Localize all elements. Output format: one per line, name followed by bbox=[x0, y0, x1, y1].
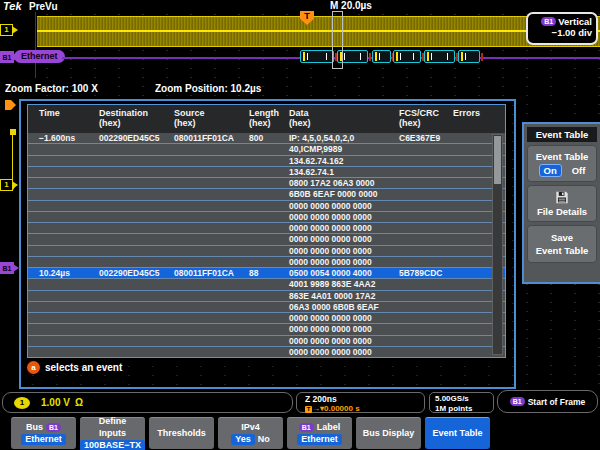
event-table: TimeDestination (hex)Source (hex)Length … bbox=[27, 104, 506, 358]
menu-button-thresholds[interactable]: Thresholds bbox=[149, 417, 214, 449]
menu-button-event-table[interactable]: Event Table bbox=[425, 417, 490, 449]
table-row[interactable]: 0000 0000 0000 0000 bbox=[28, 233, 505, 244]
button-label: Define bbox=[99, 416, 127, 427]
toggle-on-option[interactable]: On bbox=[539, 164, 562, 177]
button-label: Event Table bbox=[433, 428, 483, 439]
horizontal-scale-readout: M 20.0µs bbox=[330, 0, 372, 11]
button-label-line: Inputs bbox=[99, 428, 126, 439]
table-row[interactable]: 134.62.74.162 bbox=[28, 155, 505, 166]
trigger-arrow-icon bbox=[312, 404, 324, 413]
sof-b1-badge: B1 bbox=[510, 397, 525, 406]
button-label: Inputs bbox=[99, 428, 126, 439]
packet-data-tick bbox=[431, 53, 432, 60]
tek-logo: Tek bbox=[3, 0, 22, 12]
table-row[interactable]: 134.62.74.1 bbox=[28, 166, 505, 177]
table-row[interactable]: 0000 0000 0000 0000 bbox=[28, 335, 505, 346]
table-header: TimeDestination (hex)Source (hex)Length … bbox=[28, 105, 505, 133]
scrollbar-thumb[interactable] bbox=[494, 136, 501, 184]
menu-button-bus-display[interactable]: Bus Display bbox=[356, 417, 421, 449]
ch1-channel-badge: 1 bbox=[14, 397, 30, 409]
column-header-time: Time bbox=[39, 108, 60, 118]
packet-gap-tick bbox=[369, 53, 371, 61]
current-value-pill: Ethernet bbox=[21, 434, 66, 445]
packet-data-tick bbox=[447, 53, 448, 60]
table-row[interactable]: 10.24µs002290ED45C5080011FF01CA880500 00… bbox=[28, 267, 505, 278]
multipurpose-knob-a-icon: a bbox=[27, 361, 40, 374]
file-details-label: File Details bbox=[537, 206, 587, 217]
trigger-level-arrow[interactable] bbox=[5, 100, 16, 110]
zoom-position-readout: Zoom Position: 10.2µs bbox=[155, 83, 261, 94]
table-row[interactable]: 0000 0000 0000 0000 bbox=[28, 346, 505, 357]
zoom-scale-readout: Z 200ns bbox=[305, 394, 337, 404]
table-row[interactable]: −1.600ns002290ED45C5080011FF01CA800IP: 4… bbox=[28, 133, 505, 143]
table-row[interactable]: 0000 0000 0000 0000 bbox=[28, 245, 505, 256]
save-label-line2: Event Table bbox=[536, 245, 589, 256]
side-menu: Event Table Event Table On Off File Deta… bbox=[522, 122, 600, 284]
menu-button-define-inputs[interactable]: DefineInputs100BASE−TX bbox=[80, 417, 145, 449]
zoom-scale-readout-box: Z 200ns T0.00000 s bbox=[296, 392, 425, 413]
button-label-line: IPv4 bbox=[241, 422, 260, 433]
trigger-type-readout: Start of Frame bbox=[528, 397, 586, 407]
packet-start-tick bbox=[303, 52, 305, 61]
column-header-data: Data (hex) bbox=[289, 108, 311, 128]
save-label-line1: Save bbox=[551, 232, 573, 243]
ch1-ground-marker[interactable]: 1 bbox=[0, 24, 13, 36]
file-details-button[interactable]: File Details bbox=[527, 185, 597, 222]
no-option[interactable]: No bbox=[258, 434, 270, 445]
column-header-destination: Destination (hex) bbox=[99, 108, 148, 128]
toggle-label: Event Table bbox=[536, 151, 589, 162]
packet-start-tick bbox=[375, 52, 377, 61]
ch1-analog-waveform bbox=[37, 16, 600, 47]
packet-data-tick bbox=[413, 53, 414, 60]
trigger-t-icon: T bbox=[305, 406, 312, 413]
scrollbar-track[interactable] bbox=[492, 134, 503, 355]
save-event-table-button[interactable]: Save Event Table bbox=[527, 225, 597, 263]
bus-b1-marker[interactable]: B1 bbox=[0, 51, 14, 63]
vertical-position-callout: B1 Vertical −1.00 div bbox=[526, 12, 598, 45]
yes-option[interactable]: Yes bbox=[231, 434, 255, 445]
menu-button-ipv4[interactable]: IPv4YesNo bbox=[218, 417, 283, 449]
table-row[interactable]: 06A3 0000 6B0B 6EAF bbox=[28, 301, 505, 312]
button-label: Thresholds bbox=[157, 428, 206, 439]
table-row[interactable]: 0000 0000 0000 0000 bbox=[28, 200, 505, 211]
table-row[interactable]: 0000 0000 0000 0000 bbox=[28, 312, 505, 323]
menu-button-bus[interactable]: BusB1Ethernet bbox=[11, 417, 76, 449]
record-length-readout: 1M points bbox=[435, 404, 472, 413]
button-label-line: Event Table bbox=[433, 428, 483, 439]
button-label: Label bbox=[317, 422, 341, 433]
zoom-bus-b1-marker[interactable]: B1 bbox=[0, 262, 14, 274]
table-row[interactable]: 6B0B 6EAF 0000 0000 bbox=[28, 188, 505, 199]
ch1-readout-box: 1 1.00 V Ω bbox=[2, 392, 293, 413]
packet-data-tick bbox=[344, 53, 345, 60]
column-header-source: Source (hex) bbox=[174, 108, 205, 128]
trigger-position-readout: T0.00000 s bbox=[305, 404, 360, 413]
event-table-toggle-button[interactable]: Event Table On Off bbox=[527, 145, 597, 182]
current-value-pill: 100BASE−TX bbox=[80, 440, 145, 450]
bus-label-pill[interactable]: Ethernet bbox=[14, 50, 65, 63]
table-row[interactable]: 0800 17A2 06A3 0000 bbox=[28, 177, 505, 188]
sample-rate-readout: 5.00GS/s bbox=[435, 394, 469, 403]
zoom-ch1-marker[interactable]: 1 bbox=[0, 179, 13, 191]
button-label-line: B1Label bbox=[299, 422, 340, 433]
table-row[interactable]: 0000 0000 0000 0000 bbox=[28, 323, 505, 334]
table-row[interactable]: 863E 4A01 0000 17A2 bbox=[28, 290, 505, 301]
packet-start-tick bbox=[427, 52, 429, 61]
packet-data-tick bbox=[360, 53, 361, 60]
button-label: Bus bbox=[26, 422, 43, 433]
table-row[interactable]: 0000 0000 0000 0000 bbox=[28, 222, 505, 233]
table-row[interactable]: 0000 0000 0000 0000 bbox=[28, 211, 505, 222]
callout-title: Vertical bbox=[558, 16, 592, 27]
zoom-window-bracket[interactable] bbox=[332, 11, 343, 69]
ch1-range-line bbox=[12, 135, 13, 184]
bus-packet bbox=[372, 50, 391, 63]
ch1-range-top-marker bbox=[10, 129, 16, 135]
button-label-line: Thresholds bbox=[157, 428, 206, 439]
ch1-scale-readout: 1.00 V bbox=[41, 397, 70, 408]
menu-button-label[interactable]: B1LabelEthernet bbox=[287, 417, 352, 449]
table-body: −1.600ns002290ED45C5080011FF01CA800IP: 4… bbox=[28, 133, 505, 357]
table-row[interactable]: 40,ICMP,9989 bbox=[28, 143, 505, 154]
packet-data-tick bbox=[379, 53, 380, 60]
toggle-off-option[interactable]: Off bbox=[572, 165, 586, 176]
table-row[interactable]: 4001 9989 863E 4AA2 bbox=[28, 278, 505, 289]
table-row[interactable]: 0000 0000 0000 0000 bbox=[28, 256, 505, 267]
